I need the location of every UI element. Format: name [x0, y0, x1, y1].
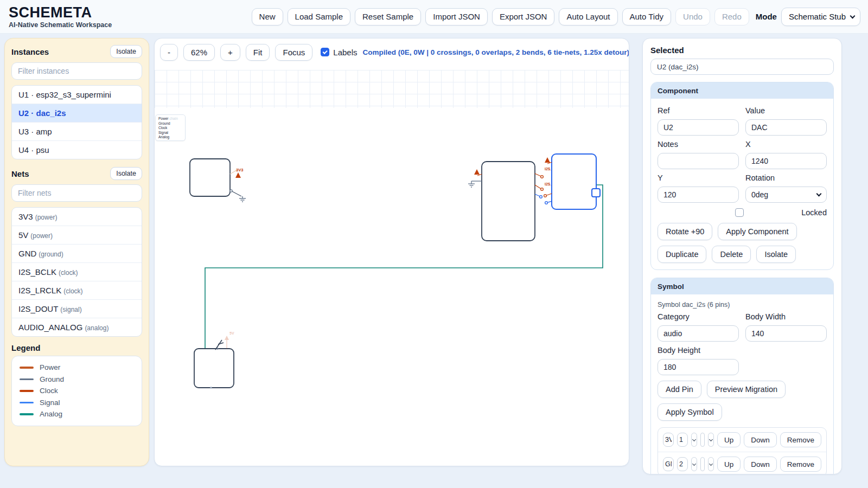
net-item-i2s-bclk[interactable]: I2S_BCLK(clock) [12, 262, 142, 281]
pin-name-field[interactable] [663, 457, 674, 471]
delete-button[interactable]: Delete [712, 246, 751, 263]
legend-label: Analog [40, 410, 62, 418]
signal-pin-stub [535, 194, 540, 196]
selected-value-box[interactable]: U2 (dac_i2s) [650, 59, 834, 75]
brand: SCHEMETA AI-Native Schematic Workspace [9, 4, 112, 29]
locked-label: Locked [801, 208, 827, 217]
component-u1[interactable] [190, 159, 230, 196]
reset-sample-button[interactable]: Reset Sample [355, 8, 421, 25]
component-u2-notch [592, 189, 600, 197]
auto-layout-button[interactable]: Auto Layout [559, 8, 617, 25]
apply-symbol-button[interactable]: Apply Symbol [658, 403, 722, 421]
y-field[interactable] [658, 187, 739, 203]
pin-kind-select[interactable] [708, 433, 714, 447]
pin-number-field[interactable] [677, 433, 688, 447]
redo-button[interactable]: Redo [714, 8, 749, 25]
pin-remove-button[interactable]: Remove [780, 457, 821, 472]
no-connect-icon [218, 343, 224, 344]
pin-offset-field[interactable] [700, 433, 705, 447]
preview-migration-button[interactable]: Preview Migration [707, 381, 786, 398]
auto-tidy-button[interactable]: Auto Tidy [622, 8, 672, 25]
zoom-in-button[interactable]: + [220, 44, 240, 61]
mini-legend-ghost: chain [169, 117, 178, 120]
labels-toggle[interactable]: Labels [321, 48, 357, 57]
net-item-i2s-lrclk[interactable]: I2S_LRCLK(clock) [12, 281, 142, 299]
pin-side-select[interactable] [691, 433, 697, 447]
component-u4[interactable] [194, 349, 234, 388]
net-name: 3V3 [18, 212, 33, 221]
legend-row-analog: Analog [20, 408, 134, 420]
new-button[interactable]: New [252, 8, 283, 25]
net-label-3v3: 3V3 [236, 168, 243, 172]
zoom-out-button[interactable]: - [160, 44, 178, 61]
export-json-button[interactable]: Export JSON [492, 8, 555, 25]
add-pin-button[interactable]: Add Pin [658, 381, 701, 398]
rotation-select[interactable]: 0deg [745, 187, 827, 203]
focus-button[interactable]: Focus [275, 44, 312, 61]
net-item-i2s-dout[interactable]: I2S_DOUT(signal) [12, 299, 142, 318]
pin-name-field[interactable] [663, 433, 674, 447]
component-u2-selected[interactable] [552, 154, 596, 209]
instance-item-u3[interactable]: U3 · amp [12, 122, 142, 140]
instance-item-u1[interactable]: U1 · esp32_s3_supermini [12, 86, 142, 104]
symbol-section: Symbol Symbol dac_i2s (6 pins) Category … [650, 278, 834, 474]
net-name: 5V [18, 230, 28, 240]
locked-checkbox[interactable] [735, 208, 744, 217]
instances-filter-input[interactable] [11, 62, 142, 80]
instance-item-u4[interactable]: U4 · psu [12, 140, 142, 159]
analog-swatch-icon [20, 413, 34, 415]
pin-up-button[interactable]: Up [717, 457, 741, 472]
app-subtitle: AI-Native Schematic Workspace [9, 21, 112, 29]
instances-isolate-button[interactable]: Isolate [110, 45, 142, 58]
nets-filter-input[interactable] [11, 184, 142, 202]
fit-button[interactable]: Fit [246, 44, 270, 61]
body-height-field[interactable] [658, 359, 739, 375]
x-field[interactable] [745, 153, 827, 169]
body-width-field[interactable] [745, 325, 827, 342]
value-label: Value [745, 105, 827, 116]
instance-item-u2[interactable]: U2 · dac_i2s [12, 104, 142, 122]
notes-field[interactable] [658, 153, 739, 169]
nets-isolate-button[interactable]: Isolate [110, 167, 142, 180]
net-item-audio-analog[interactable]: AUDIO_ANALOG(analog) [12, 318, 142, 336]
pin-remove-button[interactable]: Remove [780, 432, 821, 447]
ground-symbol-icon [239, 196, 246, 202]
import-json-button[interactable]: Import JSON [425, 8, 488, 25]
legend-row-power: Power [20, 362, 134, 374]
net-item-3v3[interactable]: 3V3(power) [12, 208, 142, 226]
undo-button[interactable]: Undo [675, 8, 710, 25]
apply-component-button[interactable]: Apply Component [718, 223, 796, 240]
pin-dot [230, 190, 232, 192]
pin-down-button[interactable]: Down [744, 457, 777, 472]
locked-row: Locked [658, 208, 827, 217]
isolate-button[interactable]: Isolate [756, 246, 796, 263]
zoom-level-button[interactable]: 62% [183, 44, 215, 61]
value-field[interactable] [745, 119, 827, 136]
mini-legend-row: Analog [158, 135, 182, 140]
mode-select[interactable]: Schematic Stub [781, 8, 860, 26]
chevron-down-icon [692, 461, 696, 465]
mini-legend-row: Signal [158, 131, 182, 136]
duplicate-button[interactable]: Duplicate [658, 246, 706, 263]
schematic-canvas[interactable]: - 62% + Fit Focus Labels Compiled (0E, 0… [154, 38, 629, 466]
ghost-net-label-5v: 5V [229, 331, 234, 335]
pin-side-select[interactable] [691, 457, 697, 471]
pin-offset-field[interactable] [700, 457, 705, 471]
pin-up-button[interactable]: Up [717, 432, 741, 447]
body-width-label: Body Width [745, 311, 827, 322]
net-item-gnd[interactable]: GND(ground) [12, 244, 142, 262]
pin-kind-select[interactable] [708, 457, 714, 471]
net-name: I2S_BCLK [18, 267, 56, 277]
net-item-5v[interactable]: 5V(power) [12, 226, 142, 244]
pin-down-button[interactable]: Down [744, 432, 777, 447]
y-label: Y [658, 172, 739, 183]
notes-label: Notes [658, 139, 739, 150]
compile-status: Compiled (0E, 0W | 0 crossings, 0 overla… [363, 48, 629, 56]
category-field[interactable] [658, 325, 739, 342]
pin-number-field[interactable] [677, 457, 688, 471]
load-sample-button[interactable]: Load Sample [288, 8, 350, 25]
component-u3[interactable] [482, 162, 535, 241]
labels-checkbox-checked-icon[interactable] [321, 48, 329, 56]
ref-field[interactable] [658, 119, 739, 136]
rotate-90-button[interactable]: Rotate +90 [658, 223, 712, 240]
